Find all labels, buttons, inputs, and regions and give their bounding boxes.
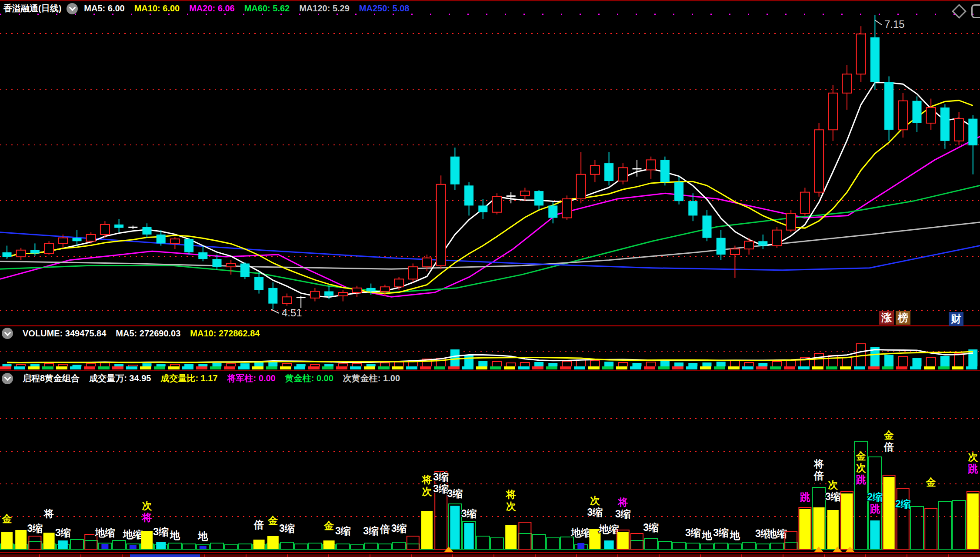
indicator-label: 次 bbox=[422, 486, 433, 497]
time-axis-tick bbox=[287, 554, 288, 557]
time-axis-highlight[interactable] bbox=[130, 554, 200, 557]
indicator-label: 3缩 bbox=[685, 527, 701, 538]
time-axis-tick bbox=[80, 554, 81, 557]
time-axis-tick bbox=[493, 554, 494, 557]
top-border bbox=[0, 0, 980, 1]
time-axis-tick bbox=[370, 554, 370, 557]
indicator-label: 将 bbox=[617, 497, 628, 508]
time-axis-tick bbox=[204, 554, 205, 557]
huangjin-value: 黄金柱: 0.00 bbox=[285, 372, 333, 384]
indicator-label: 地缩 bbox=[94, 527, 115, 538]
indicator-label: 3缩 bbox=[391, 523, 407, 534]
indicator-label: 金 bbox=[2, 513, 12, 524]
cai-badge[interactable]: 财 bbox=[949, 312, 963, 326]
indicator-label: 次 bbox=[506, 500, 517, 512]
time-axis-tick bbox=[907, 554, 907, 557]
indicator-label: 3缩 bbox=[461, 508, 477, 519]
volume-value: VOLUME: 349475.84 bbox=[23, 329, 106, 339]
ma5-legend: MA5: 6.00 bbox=[84, 3, 124, 13]
indicator-label: 金 bbox=[883, 429, 894, 441]
indicator-label: 3缩 bbox=[433, 471, 449, 483]
time-axis-tick bbox=[824, 554, 825, 557]
indicator-label: 3缩 bbox=[27, 523, 43, 534]
indicator-label: 2缩 bbox=[867, 491, 883, 503]
golden-indicator-layer[interactable]: 金3缩将3缩地缩地缩次将3缩地地倍金3缩金3缩3缩倍3缩将次3缩3缩3缩3缩将次… bbox=[0, 429, 980, 552]
indicator-label: 3缩 bbox=[55, 527, 71, 538]
time-axis-tick bbox=[659, 554, 660, 557]
indicator-label: 金 bbox=[926, 476, 936, 488]
indicator-label: 3缩 bbox=[615, 508, 631, 520]
candlestick-layer[interactable] bbox=[3, 15, 978, 309]
vol-ratio-value: 成交量比: 1.17 bbox=[160, 372, 217, 384]
svg-text:7.15: 7.15 bbox=[884, 18, 905, 30]
ma20-legend: MA20: 6.06 bbox=[189, 3, 235, 13]
ma60-line bbox=[0, 185, 980, 292]
indicator-label: 地缩 bbox=[767, 528, 787, 539]
indicator-label: 3缩 bbox=[643, 522, 659, 533]
main-volume-separator bbox=[0, 325, 980, 326]
indicator-label: 3缩 bbox=[279, 523, 295, 534]
main-chart-header: 香溢融通(日线) MA5: 6.00 MA10: 6.00 MA20: 6.06… bbox=[3, 3, 419, 14]
time-axis-tick bbox=[783, 554, 783, 557]
time-axis-tick bbox=[39, 554, 40, 557]
indicator-label: 地缩 bbox=[570, 527, 591, 538]
time-axis-tick bbox=[328, 554, 329, 557]
indicator-label: 跳 bbox=[870, 503, 880, 514]
ma20-line bbox=[0, 137, 980, 297]
time-axis-tick bbox=[948, 554, 949, 557]
vol-wan-value: 成交量万: 34.95 bbox=[89, 372, 151, 384]
volume-layer[interactable] bbox=[3, 344, 978, 367]
indicator-label: 倍 bbox=[380, 523, 390, 535]
indicator-label: 3缩 bbox=[713, 527, 729, 538]
indicator-label: 3缩 bbox=[363, 525, 379, 537]
indicator-label: 次 bbox=[968, 451, 978, 463]
indicator-label: 3缩 bbox=[153, 526, 169, 537]
indicator-label: 地 bbox=[170, 530, 180, 541]
zhang-badge[interactable]: 涨 bbox=[879, 311, 894, 325]
cihuangjin-value: 次黄金柱: 1.00 bbox=[343, 372, 400, 384]
collapse-volume-chevron-icon[interactable] bbox=[2, 328, 13, 339]
indicator-label: 将 bbox=[141, 512, 152, 523]
indicator-label: 3缩 bbox=[335, 525, 351, 537]
time-axis-tick bbox=[700, 554, 701, 557]
stock-title: 香溢融通(日线) bbox=[3, 3, 61, 14]
indicator-label: 金 bbox=[267, 515, 278, 526]
collapse-main-chevron-icon[interactable] bbox=[67, 3, 78, 14]
volume-ma10: MA10: 272862.84 bbox=[190, 329, 260, 339]
time-axis-tick bbox=[122, 554, 123, 557]
indicator-label: 将 bbox=[813, 458, 824, 470]
stock-app-window: 香溢融通(日线) MA5: 6.00 MA10: 6.00 MA20: 6.06… bbox=[0, 0, 980, 557]
indicator-label: 次 bbox=[142, 500, 153, 511]
diamond-icon[interactable] bbox=[952, 4, 967, 19]
time-axis-tick bbox=[617, 554, 618, 557]
collapse-indicator-chevron-icon[interactable] bbox=[2, 373, 13, 384]
indicator-label: 倍 bbox=[883, 441, 894, 453]
panel-handle-icon[interactable] bbox=[971, 4, 980, 18]
indicator-label: 2缩 bbox=[895, 498, 911, 510]
indicator-label: 金 bbox=[323, 520, 334, 531]
ma120-legend: MA120: 5.29 bbox=[299, 3, 350, 13]
indicator-label: 3缩 bbox=[587, 507, 603, 518]
indicator-label: 将 bbox=[505, 489, 516, 500]
bottom-baseline bbox=[0, 552, 980, 553]
time-axis[interactable] bbox=[0, 554, 980, 557]
bang-badge[interactable]: 榜 bbox=[896, 311, 910, 325]
indicator-label: 3缩 bbox=[447, 488, 463, 499]
price-annotations: 7.154.51 bbox=[271, 18, 905, 319]
indicator-label: 地 bbox=[702, 530, 713, 541]
indicator-label: 金 bbox=[856, 450, 866, 462]
volume-header: VOLUME: 349475.84 MA5: 272690.03 MA10: 2… bbox=[2, 328, 269, 339]
time-axis-tick bbox=[246, 554, 247, 557]
time-axis-tick bbox=[452, 554, 453, 557]
indicator-label: 次 bbox=[590, 495, 600, 506]
chart-canvas[interactable]: 7.154.51金3缩将3缩地缩地缩次将3缩地地倍金3缩金3缩3缩倍3缩将次3缩… bbox=[0, 0, 980, 557]
ma250-legend: MA250: 5.08 bbox=[359, 3, 410, 13]
indicator-label: 3缩 bbox=[825, 491, 841, 502]
indicator-label: 地 bbox=[197, 530, 208, 542]
indicator-label: 倍 bbox=[253, 519, 264, 530]
svg-text:4.51: 4.51 bbox=[282, 307, 302, 319]
time-axis-tick bbox=[411, 554, 412, 557]
time-axis-tick bbox=[576, 554, 577, 557]
indicator-name: 启程8黄金组合 bbox=[23, 372, 80, 384]
window-corner-icons bbox=[954, 4, 977, 18]
